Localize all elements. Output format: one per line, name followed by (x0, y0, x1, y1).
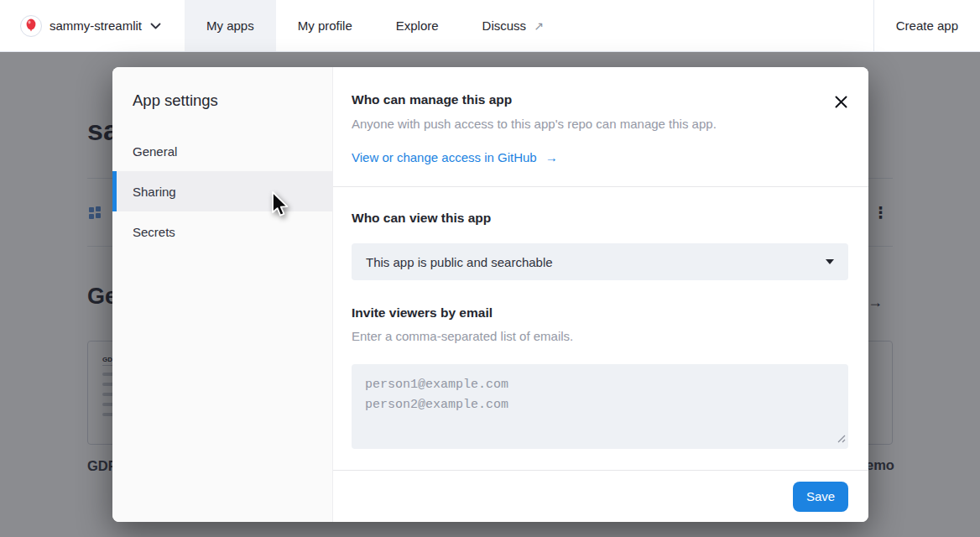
nav-tab-label: My profile (298, 18, 352, 33)
caret-down-icon (826, 259, 834, 264)
create-app-label: Create app (896, 18, 958, 33)
top-nav: sammy-streamlit My apps My profile Explo… (0, 0, 980, 52)
sidebar-item-label: Secrets (133, 225, 175, 239)
create-app-button[interactable]: Create app (873, 0, 980, 51)
screen: sa ⋮ Get → GD GDP emo (0, 0, 980, 537)
arrow-right-icon: → (545, 150, 558, 164)
balloon-icon (24, 18, 38, 34)
modal-title: App settings (112, 89, 332, 112)
nav-tab-label: My apps (206, 18, 254, 33)
manage-description: Anyone with push access to this app's re… (352, 117, 848, 131)
github-access-link[interactable]: View or change access in GitHub → (352, 150, 558, 164)
visibility-dropdown[interactable]: This app is public and searchable (352, 243, 848, 280)
nav-tab-label: Discuss (482, 18, 527, 33)
invite-description: Enter a comma-separated list of emails. (352, 329, 848, 343)
nav-tab-explore[interactable]: Explore (374, 0, 461, 51)
sidebar-item-label: Sharing (133, 185, 176, 199)
view-title: Who can view this app (352, 211, 848, 226)
invite-emails-field-wrap: person1@example.com person2@example.com (352, 364, 848, 449)
settings-sidebar: App settings General Sharing Secrets (112, 67, 333, 522)
github-access-link-label: View or change access in GitHub (352, 150, 537, 164)
sidebar-item-secrets[interactable]: Secrets (112, 211, 332, 252)
chevron-down-icon (150, 23, 161, 29)
nav-tab-discuss[interactable]: Discuss ↗ (461, 0, 566, 51)
modal-footer: Save (333, 470, 868, 522)
manage-section: Who can manage this app Anyone with push… (333, 67, 868, 186)
settings-content: Who can manage this app Anyone with push… (333, 67, 868, 522)
sidebar-item-sharing[interactable]: Sharing (112, 171, 332, 211)
view-section: Who can view this app This app is public… (333, 187, 868, 470)
nav-tabs: My apps My profile Explore Discuss ↗ (185, 0, 566, 51)
sidebar-item-general[interactable]: General (112, 131, 332, 171)
invite-title: Invite viewers by email (352, 305, 848, 321)
workspace-switcher[interactable]: sammy-streamlit (0, 0, 161, 51)
external-link-icon: ↗ (534, 19, 544, 33)
app-settings-modal: App settings General Sharing Secrets Who… (112, 67, 868, 522)
invite-emails-textarea[interactable] (352, 364, 848, 449)
close-button[interactable] (832, 93, 849, 110)
close-icon (835, 96, 847, 108)
manage-title: Who can manage this app (352, 92, 848, 107)
sidebar-item-label: General (133, 144, 177, 159)
nav-tab-my-profile[interactable]: My profile (276, 0, 374, 51)
workspace-name: sammy-streamlit (50, 18, 142, 33)
nav-tab-label: Explore (396, 18, 439, 33)
visibility-dropdown-value: This app is public and searchable (366, 255, 553, 269)
save-button[interactable]: Save (793, 482, 848, 512)
workspace-avatar (20, 15, 42, 37)
nav-tab-my-apps[interactable]: My apps (185, 0, 276, 51)
